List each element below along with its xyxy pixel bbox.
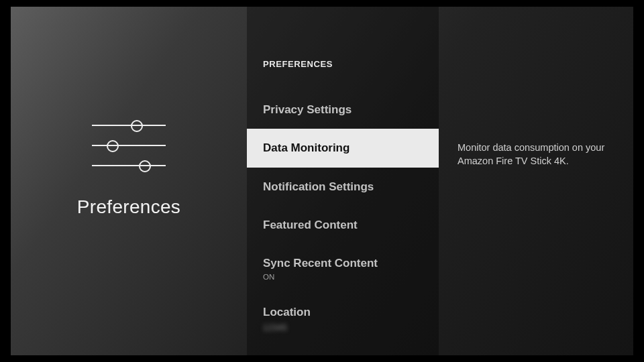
- sliders-icon: [92, 117, 166, 178]
- menu-item-location[interactable]: Location 12345: [247, 293, 439, 345]
- menu-item-label: Sync Recent Content: [263, 256, 423, 270]
- menu-item-value: 12345: [263, 323, 287, 333]
- menu-header: PREFERENCES: [247, 7, 439, 90]
- menu-item-label: Notification Settings: [263, 180, 423, 194]
- menu-list: Privacy Settings Data Monitoring Notific…: [247, 90, 439, 355]
- menu-item-label: Featured Content: [263, 218, 423, 232]
- description-panel: Monitor data consumption on your Amazon …: [439, 7, 633, 355]
- menu-item-notification-settings[interactable]: Notification Settings: [247, 168, 439, 206]
- menu-item-label: Privacy Settings: [263, 103, 423, 117]
- menu-item-sub: ON: [263, 273, 423, 281]
- menu-item-privacy-settings[interactable]: Privacy Settings: [247, 90, 439, 129]
- menu-item-label: Location: [263, 305, 423, 319]
- menu-item-label: Data Monitoring: [263, 141, 423, 155]
- left-panel: Preferences: [11, 7, 247, 355]
- page-title: Preferences: [77, 196, 180, 218]
- settings-screen: Preferences PREFERENCES Privacy Settings…: [11, 7, 633, 355]
- preferences-menu: PREFERENCES Privacy Settings Data Monito…: [247, 7, 439, 355]
- menu-item-data-monitoring[interactable]: Data Monitoring: [247, 129, 439, 167]
- menu-item-featured-content[interactable]: Featured Content: [247, 206, 439, 244]
- menu-item-sync-recent-content[interactable]: Sync Recent Content ON: [247, 244, 439, 293]
- description-text: Monitor data consumption on your Amazon …: [458, 141, 616, 168]
- menu-item-time-zone[interactable]: Time Zone: [247, 345, 439, 356]
